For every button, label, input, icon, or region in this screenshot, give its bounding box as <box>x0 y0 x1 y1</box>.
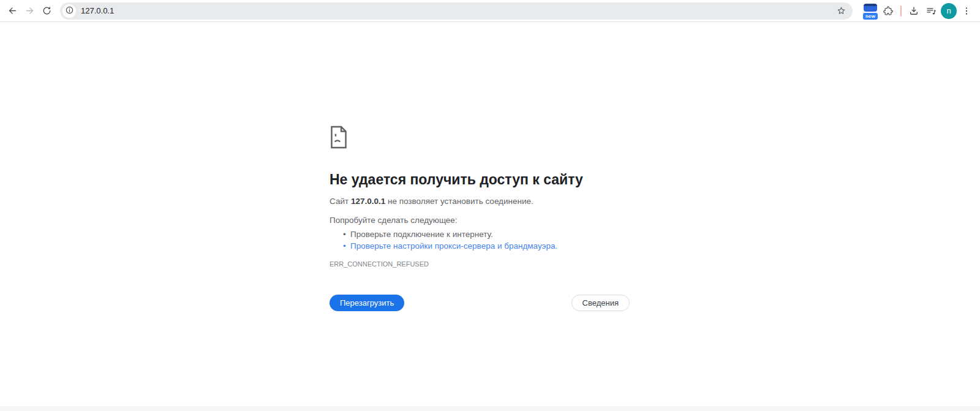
reload-icon <box>42 6 52 16</box>
extension-new-badge: new <box>863 13 878 20</box>
puzzle-icon <box>883 6 894 17</box>
browser-toolbar: 127.0.0.1 new <box>0 0 980 22</box>
download-icon <box>908 6 919 17</box>
address-bar[interactable]: 127.0.0.1 <box>60 2 853 20</box>
error-actions: Перезагрузить Сведения <box>330 295 630 311</box>
sad-file-icon <box>330 126 630 149</box>
kebab-menu-icon <box>962 6 971 16</box>
toolbar-divider <box>900 6 902 17</box>
forward-button[interactable] <box>21 2 38 20</box>
error-site-suffix: не позволяет установить соединение. <box>385 197 533 206</box>
extension-logo-icon <box>864 4 877 12</box>
media-controls-button[interactable] <box>922 2 940 20</box>
error-content: Не удается получить доступ к сайту Сайт … <box>330 126 630 311</box>
reload-button[interactable] <box>38 2 55 20</box>
back-button[interactable] <box>4 2 21 20</box>
back-arrow-icon <box>7 6 18 16</box>
error-site-prefix: Сайт <box>330 197 351 206</box>
playlist-music-icon <box>925 6 937 17</box>
star-icon <box>836 6 846 16</box>
details-button[interactable]: Сведения <box>571 295 630 311</box>
error-site-host: 127.0.0.1 <box>351 197 385 206</box>
suggestion-check-proxy: Проверьте настройки прокси-сервера и бра… <box>330 240 630 252</box>
error-description: Сайт 127.0.0.1 не позволяет установить с… <box>330 196 630 207</box>
info-icon <box>65 6 74 17</box>
site-info-button[interactable] <box>62 4 76 18</box>
error-page: Не удается получить доступ к сайту Сайт … <box>0 23 980 411</box>
suggestion-check-internet: Проверьте подключение к интернету. <box>330 228 630 240</box>
url-text[interactable]: 127.0.0.1 <box>81 6 833 15</box>
forward-arrow-icon <box>24 6 35 16</box>
proxy-settings-link[interactable]: Проверьте настройки прокси-сервера и бра… <box>350 241 557 251</box>
profile-avatar[interactable]: n <box>941 3 957 19</box>
pinned-extension-button[interactable]: new <box>861 1 880 21</box>
error-title: Не удается получить доступ к сайту <box>330 171 630 188</box>
downloads-button[interactable] <box>905 2 922 20</box>
reload-page-button[interactable]: Перезагрузить <box>330 295 404 311</box>
browser-menu-button[interactable] <box>958 2 975 20</box>
avatar-letter: n <box>946 6 951 15</box>
bottom-screen-edge <box>0 406 980 411</box>
bookmark-button[interactable] <box>833 3 849 19</box>
suggestions-heading: Попробуйте сделать следующее: <box>330 215 630 226</box>
extensions-menu-button[interactable] <box>880 2 897 20</box>
error-code: ERR_CONNECTION_REFUSED <box>330 260 630 268</box>
suggestions-list: Проверьте подключение к интернету. Прове… <box>330 228 630 252</box>
